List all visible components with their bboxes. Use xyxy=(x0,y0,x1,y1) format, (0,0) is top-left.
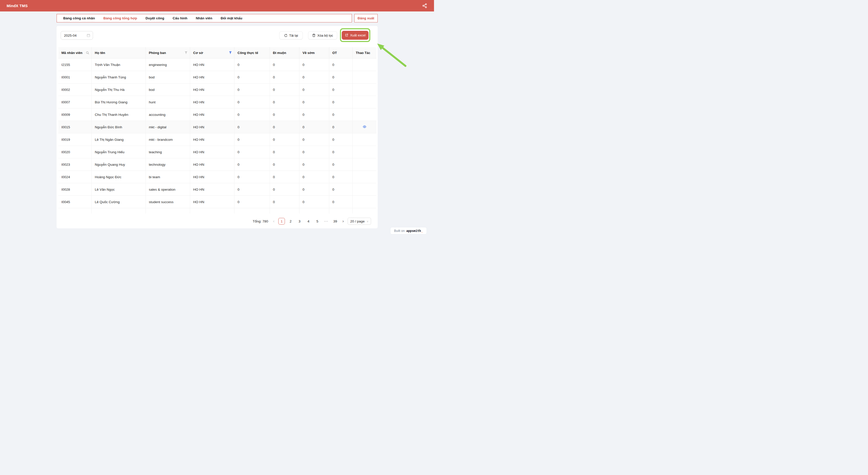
cell-full-name: Nguyễn Đức Bình xyxy=(92,121,146,133)
cell-employee-code: I0024 xyxy=(58,171,92,183)
column-header[interactable]: Công thực tế xyxy=(235,47,270,59)
cell-actions xyxy=(353,108,376,121)
column-header[interactable]: Về sớm xyxy=(300,47,329,59)
table-header-row: Mã nhân viên xyxy=(58,47,376,59)
column-header[interactable]: Thao Tác xyxy=(353,47,376,59)
cell-early-leave: 0 xyxy=(300,108,329,121)
main-panel: 2025-04 Tải lại Xóa bộ lọc xyxy=(57,26,378,228)
next-page-icon[interactable]: › xyxy=(341,218,345,225)
nav-tab[interactable]: Bảng công tổng hợp xyxy=(103,16,137,20)
cell-full-name: Nguyễn Thanh Tùng xyxy=(92,71,146,83)
search-icon[interactable] xyxy=(86,51,89,55)
column-header[interactable]: Cơ sở xyxy=(190,47,235,59)
page-number[interactable]: ••• xyxy=(323,218,330,225)
cell-employee-code: I0023 xyxy=(58,158,92,171)
column-header-label: Thao Tác xyxy=(356,51,370,55)
cell-ot: 0 xyxy=(329,171,353,183)
reload-button[interactable]: Tải lại xyxy=(279,31,303,39)
share-icon[interactable] xyxy=(422,3,427,8)
month-picker[interactable]: 2025-04 xyxy=(61,31,93,40)
cell-employee-code: I0015 xyxy=(58,121,92,133)
column-header[interactable]: Mã nhân viên xyxy=(58,47,92,59)
appsmith-logo: appsmith xyxy=(406,229,421,233)
eye-icon[interactable] xyxy=(362,125,367,129)
clear-filter-button[interactable]: Xóa bộ lọc xyxy=(308,31,337,39)
cell-actual-work: 0 xyxy=(235,71,270,83)
filter-icon[interactable] xyxy=(185,51,188,54)
table-row[interactable]: I0015 Nguyễn Đức Bình mkt - digital HO H… xyxy=(58,121,376,133)
cell-department: hunt xyxy=(146,96,190,108)
column-header[interactable]: Họ tên xyxy=(92,47,146,59)
table-row[interactable]: I0001 Nguyễn Thanh Tùng bod HO HN 0 0 0 … xyxy=(58,71,376,83)
annotation-arrow xyxy=(375,41,409,69)
cell-employee-code: I0019 xyxy=(58,133,92,146)
app-header: MindX TMS xyxy=(0,0,434,11)
cell-department: teaching xyxy=(146,146,190,158)
cell-site: HO HN xyxy=(190,133,235,146)
nav-tab[interactable]: Cấu hình xyxy=(173,16,188,20)
table-row[interactable]: I0020 Nguyễn Trung Hiếu teaching HO HN 0… xyxy=(58,146,376,158)
export-excel-button[interactable]: Xuất excel xyxy=(342,31,369,40)
filter-active-icon[interactable] xyxy=(229,51,232,54)
table-row[interactable]: I0007 Bùi Thị Hương Giang hunt HO HN 0 0… xyxy=(58,96,376,108)
cell-late: 0 xyxy=(270,158,300,171)
prev-page-icon[interactable]: ‹ xyxy=(271,218,276,225)
cell-actions xyxy=(353,133,376,146)
cell-actions xyxy=(353,196,376,208)
nav-tab[interactable]: Nhân viên xyxy=(196,16,212,20)
cell-ot: 0 xyxy=(329,158,353,171)
page-size-select[interactable]: 20 / page ∨ xyxy=(348,218,371,225)
page-number[interactable]: 39 xyxy=(332,218,338,225)
cell-ot: 0 xyxy=(329,183,353,196)
cell-full-name: Hoàng Ngọc Đức xyxy=(92,171,146,183)
built-on-appsmith-badge[interactable]: Built on appsmith _ xyxy=(390,227,427,234)
table-row[interactable]: I0009 Chu Thị Thanh Huyền accounting HO … xyxy=(58,108,376,121)
nav-tab[interactable]: Bảng công cá nhân xyxy=(63,16,95,20)
page-number[interactable]: 1 xyxy=(278,218,285,225)
page-number[interactable]: 3 xyxy=(296,218,303,225)
table-row[interactable]: I0019 Lê Thị Ngân Giang mkt - brandcom H… xyxy=(58,133,376,146)
table-row[interactable]: I0024 Hoàng Ngọc Đức bi team HO HN 0 0 0… xyxy=(58,171,376,183)
cell-early-leave: 0 xyxy=(300,171,329,183)
column-header-label: Họ tên xyxy=(95,51,105,55)
page-list: 1 2 3 4 5 ••• 39 xyxy=(278,218,338,225)
column-header-label: Đi muộn xyxy=(273,51,286,55)
column-header[interactable]: Phòng ban xyxy=(146,47,190,59)
page-number[interactable]: 4 xyxy=(305,218,312,225)
cell-site: HO HN xyxy=(190,121,235,133)
cell-late: 0 xyxy=(270,183,300,196)
table-row[interactable]: I2155 Trịnh Văn Thuận engineering HO HN … xyxy=(58,59,376,71)
pagination-total: Tổng: 780 xyxy=(253,219,268,223)
page-size-value: 20 / page xyxy=(350,219,365,223)
cell-late: 0 xyxy=(270,59,300,71)
cell-site: HO HN xyxy=(190,96,235,108)
cell-employee-code: I0007 xyxy=(58,96,92,108)
nav-tab[interactable]: Duyệt công xyxy=(146,16,164,20)
cell-employee-code: I0045 xyxy=(58,196,92,208)
cell-late: 0 xyxy=(270,83,300,96)
table-row[interactable]: I0023 Nguyễn Quang Huy technology HO HN … xyxy=(58,158,376,171)
table-row-partial xyxy=(58,208,376,213)
cell-early-leave: 0 xyxy=(300,121,329,133)
cell-actions xyxy=(353,183,376,196)
logout-button[interactable]: Đăng xuất xyxy=(354,14,378,23)
cell-actual-work: 0 xyxy=(235,121,270,133)
table-row[interactable]: I0028 Lê Văn Ngọc sales & operation HO H… xyxy=(58,183,376,196)
table-row[interactable]: I0045 Lê Quốc Cường student success HO H… xyxy=(58,196,376,208)
cell-ot: 0 xyxy=(329,133,353,146)
summary-table: Mã nhân viên xyxy=(58,47,376,213)
cell-ot: 0 xyxy=(329,196,353,208)
column-header[interactable]: OT xyxy=(329,47,353,59)
cell-early-leave: 0 xyxy=(300,96,329,108)
page-number[interactable]: 2 xyxy=(287,218,294,225)
cell-actions xyxy=(353,96,376,108)
cell-department: mkt - digital xyxy=(146,121,190,133)
table-row[interactable]: I0002 Nguyễn Thị Thu Hà bod HO HN 0 0 0 … xyxy=(58,83,376,96)
cell-full-name: Trịnh Văn Thuận xyxy=(92,59,146,71)
nav-tabs-bar: Bảng công cá nhân Bảng công tổng hợp Duy… xyxy=(57,14,352,23)
column-header[interactable]: Đi muộn xyxy=(270,47,300,59)
cell-full-name: Lê Quốc Cường xyxy=(92,196,146,208)
reload-label: Tải lại xyxy=(289,34,298,37)
page-number[interactable]: 5 xyxy=(314,218,320,225)
nav-tab[interactable]: Đổi mật khẩu xyxy=(221,16,242,20)
